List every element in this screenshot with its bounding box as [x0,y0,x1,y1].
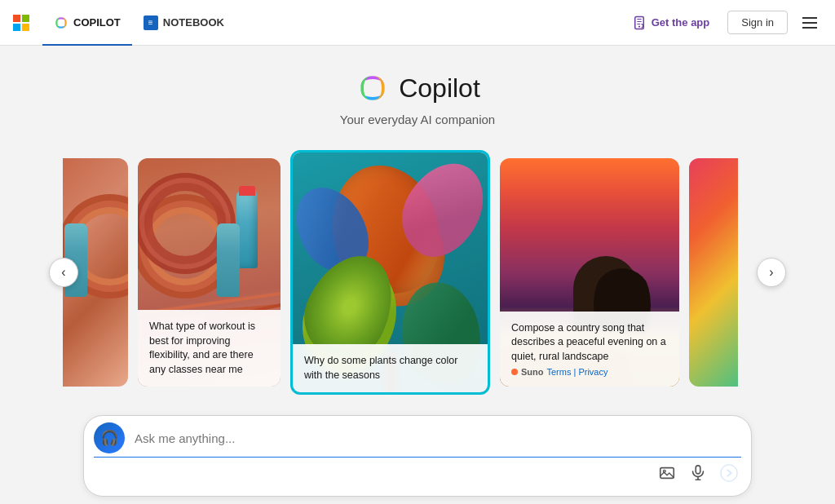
card-caption-text: Compose a country song that describes a … [511,321,668,365]
get-app-label: Get the app [652,16,710,29]
svg-point-7 [721,465,737,481]
chevron-left-icon: ‹ [61,265,65,280]
nav-tabs: COPILOT NOTEBOOK [42,0,236,46]
tab-copilot[interactable]: COPILOT [42,0,132,46]
suno-brand-dot [511,369,518,375]
hero-logo-area: Copilot [355,70,480,106]
input-bar-actions [94,457,741,489]
tab-notebook[interactable]: NOTEBOOK [132,0,236,46]
search-input[interactable] [135,431,741,445]
card-image [689,158,738,387]
card-plant[interactable]: Why do some plants change color with the… [290,150,490,395]
sign-in-label: Sign in [741,16,774,29]
carousel-track: What type of workout is best for improvi… [63,150,772,395]
card-caption-sub: Suno Terms | Privacy [511,367,668,377]
notebook-icon [144,15,158,30]
carousel-prev-button[interactable]: ‹ [49,258,78,287]
card-caption: What type of workout is best for improvi… [138,310,281,387]
sign-in-button[interactable]: Sign in [727,11,788,34]
card-caption-text: What type of workout is best for improvi… [149,320,269,377]
hamburger-line-3 [802,27,817,29]
hamburger-line-2 [802,22,817,24]
menu-button[interactable] [797,12,822,33]
chevron-right-icon: › [769,265,773,280]
send-button[interactable] [717,461,741,489]
hero-subtitle: Your everyday AI companion [340,113,495,126]
carousel-next-button[interactable]: › [757,258,786,287]
svg-rect-2 [660,468,674,479]
suno-brand-label: Suno [521,367,544,377]
card-caption: Why do some plants change color with the… [293,344,488,392]
image-upload-button[interactable] [655,461,679,489]
main-content: Copilot Your everyday AI companion ‹ [0,46,835,497]
card-partial-right[interactable] [689,158,738,387]
card-caption: Compose a country song that describes a … [500,312,679,387]
svg-rect-4 [696,466,700,474]
avatar: 🎧 [94,422,125,453]
header-actions: Get the app Sign in [624,11,822,35]
avatar-icon: 🎧 [100,429,118,447]
microsoft-logo [13,15,29,31]
hamburger-line-1 [802,17,817,19]
hero-title: Copilot [399,73,480,104]
get-app-icon [632,15,647,30]
tab-notebook-label: NOTEBOOK [163,16,224,29]
image-upload-icon [658,464,676,486]
svg-point-1 [638,25,640,27]
carousel: ‹ [0,146,835,399]
card-landscape[interactable]: Compose a country song that describes a … [500,158,679,387]
suno-links[interactable]: Terms | Privacy [547,367,608,377]
input-bar: 🎧 [83,415,752,497]
get-app-button[interactable]: Get the app [624,11,718,35]
card-caption-text: Why do some plants change color with the… [304,354,476,382]
copilot-icon [54,15,68,30]
card-workout[interactable]: What type of workout is best for improvi… [138,158,281,387]
send-icon [720,464,738,486]
microphone-button[interactable] [686,461,710,489]
header: COPILOT NOTEBOOK Get the app Sign in [0,0,835,46]
input-bar-top: 🎧 [94,422,741,453]
hero-copilot-logo [355,70,391,106]
tab-copilot-label: COPILOT [73,16,121,29]
microphone-icon [689,464,707,486]
